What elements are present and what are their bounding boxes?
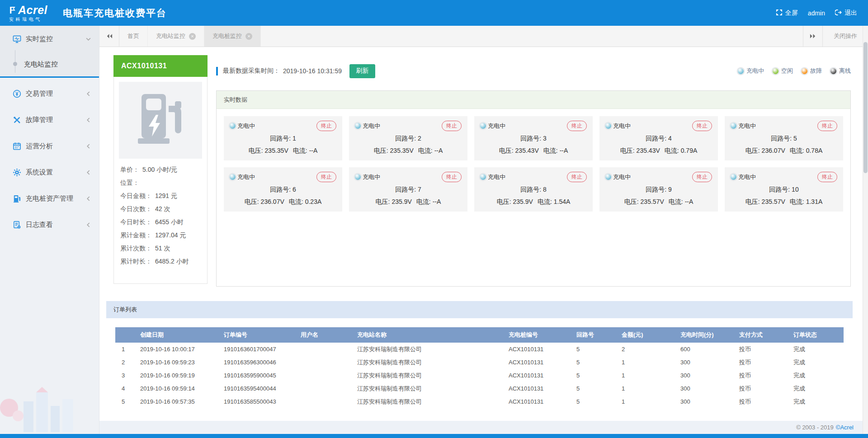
sidebar-item-operation-analysis[interactable]: 运营分析: [0, 133, 99, 159]
order-col-3: 充电站名称: [353, 327, 504, 343]
table-cell: 投币: [735, 382, 789, 395]
tab-close-icon[interactable]: ×: [245, 33, 252, 40]
device-stat-label: 位置：: [120, 179, 139, 187]
terminate-button[interactable]: 终止: [316, 121, 336, 131]
table-cell: 5: [572, 356, 617, 369]
header-actions: 全屏 admin 退出: [776, 9, 857, 17]
charging-status-icon: [605, 123, 611, 129]
voltage-label: 电压:: [376, 198, 390, 205]
channel-card-8: 充电中终止回路号: 8电压:235.9V电流:1.54A: [474, 167, 593, 212]
tabbar-right: 关闭操作: [803, 26, 868, 47]
refresh-button[interactable]: 刷新: [349, 64, 375, 78]
voltage-value: 235.9V: [513, 198, 533, 205]
voltage-value: 236.07V: [261, 198, 284, 205]
scrollbar-thumb[interactable]: [863, 42, 868, 173]
table-cell: 江苏安科瑞制造有限公司: [353, 382, 504, 395]
scroll-tabs-left-button[interactable]: [99, 26, 119, 47]
table-cell: 2: [115, 356, 136, 369]
table-cell: 2019-10-16 09:59:19: [136, 369, 219, 382]
vertical-scrollbar[interactable]: [863, 26, 868, 434]
channel-power: 电压:235.35V电流:--A: [230, 147, 336, 155]
sidebar-item-fault-management[interactable]: 故障管理: [0, 107, 99, 133]
close-operations-button[interactable]: 关闭操作: [823, 26, 868, 47]
acrel-link[interactable]: ©Acrel: [836, 424, 854, 431]
sidebar-item-pile-asset-management[interactable]: 充电桩资产管理: [0, 185, 99, 212]
channel-status-row: 充电中终止: [731, 121, 837, 131]
terminate-button[interactable]: 终止: [442, 172, 462, 182]
table-cell: 5: [115, 395, 136, 408]
sidebar-item-label: 充电桩资产管理: [26, 194, 73, 203]
order-col-0: 创建日期: [136, 327, 219, 343]
terminate-button[interactable]: 终止: [817, 121, 837, 131]
sidebar-item-system-settings[interactable]: 系统设置: [0, 159, 99, 185]
table-cell: ACX1010131: [504, 343, 572, 356]
sidebar-item-label: 交易管理: [26, 89, 53, 98]
channel-power: 电压:235.43V电流:0.79A: [605, 147, 712, 155]
terminate-button[interactable]: 终止: [692, 121, 712, 131]
charging-status-icon: [605, 174, 611, 180]
channel-circuit: 回路号: 9: [605, 186, 712, 194]
channel-circuit: 回路号: 3: [480, 135, 587, 143]
table-cell: 1910163595900045: [219, 369, 296, 382]
tab-station-monitor[interactable]: 充电站监控×: [148, 26, 204, 47]
terminate-button[interactable]: 终止: [567, 172, 587, 182]
table-row[interactable]: 52019-10-16 09:57:351910163585500043江苏安科…: [115, 395, 844, 408]
logo-subtext: 安科瑞电气: [9, 17, 47, 22]
table-cell: 1: [617, 369, 676, 382]
username[interactable]: admin: [808, 9, 825, 17]
table-cell: 300: [676, 356, 735, 369]
table-cell: 5: [572, 369, 617, 382]
channel-status: 充电中: [355, 173, 380, 181]
channel-circuit: 回路号: 10: [731, 186, 837, 194]
channel-status-row: 充电中终止: [605, 172, 712, 182]
terminate-button[interactable]: 终止: [692, 172, 712, 182]
table-cell: [296, 382, 353, 395]
fullscreen-button[interactable]: 全屏: [776, 9, 798, 17]
device-stats: 单价：5.00 小时/元位置：今日金额：1291 元今日次数：42 次今日时长：…: [119, 159, 202, 268]
table-cell: 投币: [735, 356, 789, 369]
terminate-button[interactable]: 终止: [316, 172, 336, 182]
device-stat-line: 累计金额：1297.04 元: [120, 229, 201, 242]
channel-power: 电压:235.9V电流:1.54A: [480, 198, 587, 206]
tab-close-icon[interactable]: ×: [189, 33, 196, 40]
sidebar-item-log-view[interactable]: 日志查看: [0, 212, 99, 238]
table-row[interactable]: 32019-10-16 09:59:191910163595900045江苏安科…: [115, 369, 844, 382]
monitor-icon: [12, 34, 21, 43]
table-cell: 江苏安科瑞制造有限公司: [353, 395, 504, 408]
table-row[interactable]: 22019-10-16 09:59:231910163596300046江苏安科…: [115, 356, 844, 369]
terminate-button[interactable]: 终止: [442, 121, 462, 131]
tab-pile-monitor[interactable]: 充电桩监控×: [204, 26, 261, 47]
table-cell: 完成: [789, 369, 844, 382]
tree-dot-icon: [13, 62, 17, 66]
charging-status-icon: [480, 174, 486, 180]
sidebar-menu: 实时监控充电站监控交易管理故障管理运营分析系统设置充电桩资产管理日志查看: [0, 26, 99, 238]
sidebar-item-realtime-monitor[interactable]: 实时监控: [0, 26, 99, 52]
charging-status-icon: [355, 123, 361, 129]
voltage-value: 235.57V: [641, 198, 664, 205]
table-cell: 投币: [735, 343, 789, 356]
device-stat-value: 5.00 小时/元: [142, 166, 177, 174]
table-row[interactable]: 42019-10-16 09:59:141910163595400044江苏安科…: [115, 382, 844, 395]
device-stat-value: 1291 元: [155, 192, 177, 200]
tab-label: 充电站监控: [156, 32, 185, 40]
device-stat-value: 6485.2 小时: [155, 258, 189, 266]
terminate-button[interactable]: 终止: [567, 121, 587, 131]
sidebar-subitem-station-monitor[interactable]: 充电站监控: [0, 52, 99, 76]
table-cell: 1910163595400044: [219, 382, 296, 395]
voltage-value: 235.9V: [392, 198, 411, 205]
terminate-button[interactable]: 终止: [817, 172, 837, 182]
logout-button[interactable]: 退出: [835, 9, 857, 17]
channel-status: 充电中: [230, 173, 255, 181]
footer: © 2003 - 2019 ©Acrel: [99, 421, 868, 434]
channel-status-label: 充电中: [613, 173, 631, 181]
sidebar-item-transaction-management[interactable]: 交易管理: [0, 80, 99, 107]
table-cell: 5: [572, 395, 617, 408]
scroll-tabs-right-button[interactable]: [803, 26, 823, 47]
table-row[interactable]: 12019-10-16 10:00:171910163601700047江苏安科…: [115, 343, 844, 356]
tab-home[interactable]: 首页: [119, 26, 148, 47]
voltage-label: 电压:: [374, 147, 388, 154]
table-cell: 4: [115, 382, 136, 395]
channel-status: 充电中: [731, 122, 756, 130]
legend-fault: 故障: [802, 67, 822, 75]
order-list-title: 订单列表: [106, 301, 853, 318]
